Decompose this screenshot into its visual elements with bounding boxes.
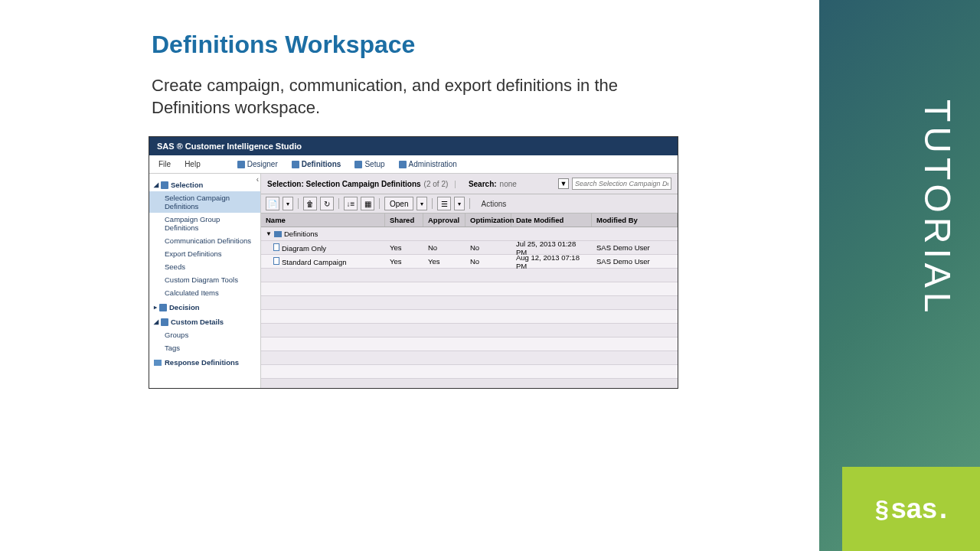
custom-details-icon xyxy=(161,318,168,326)
new-button[interactable]: 📄 xyxy=(266,197,279,210)
table-row-empty xyxy=(261,351,678,365)
delete-button[interactable]: 🗑 xyxy=(303,197,317,210)
setup-icon xyxy=(354,161,362,168)
sas-swirl-icon: § xyxy=(875,495,889,523)
grid-header: Name Shared Approval Optimization Date M… xyxy=(261,214,678,227)
decision-icon xyxy=(159,304,167,311)
designer-icon xyxy=(237,161,245,168)
tree-response[interactable]: Response Definitions xyxy=(149,356,260,369)
sidebar: ‹ ◢Selection Selection Campaign Definiti… xyxy=(149,174,261,388)
main-area: Selection: Selection Campaign Definition… xyxy=(261,174,678,388)
admin-icon xyxy=(399,161,407,168)
tab-designer[interactable]: Designer xyxy=(234,158,281,170)
tree-item-custom-diagram[interactable]: Custom Diagram Tools xyxy=(149,273,260,286)
menu-file[interactable]: File xyxy=(155,158,174,170)
table-row-empty xyxy=(261,337,678,351)
tutorial-label: TUTORIAL xyxy=(916,99,959,317)
tab-admin[interactable]: Administration xyxy=(396,158,460,170)
new-dropdown[interactable]: ▾ xyxy=(283,197,293,210)
table-row-empty xyxy=(261,310,678,324)
table-row-empty xyxy=(261,324,678,337)
sidebar-collapse-icon[interactable]: ‹ xyxy=(256,175,259,184)
tab-definitions[interactable]: Definitions xyxy=(289,158,345,170)
view-dropdown[interactable]: ▾ xyxy=(454,197,465,210)
col-name[interactable]: Name xyxy=(261,214,385,227)
table-row[interactable]: Diagram Only Yes No No Jul 25, 2013 01:2… xyxy=(261,241,678,255)
tree-item-sel-campaign[interactable]: Selection Campaign Definitions xyxy=(149,191,260,213)
tree-item-calculated[interactable]: Calculated Items xyxy=(149,286,260,299)
table-row-empty xyxy=(261,282,678,296)
table-row-empty xyxy=(261,296,678,310)
grid: Name Shared Approval Optimization Date M… xyxy=(261,214,678,388)
search-value: none xyxy=(500,180,517,188)
selection-count: (2 of 2) xyxy=(424,180,449,188)
app-window: SAS ® Customer Intelligence Studio File … xyxy=(149,136,678,389)
tree-item-communication[interactable]: Communication Definitions xyxy=(149,234,260,247)
sas-logo-box: §sas. xyxy=(842,467,980,551)
tree-selection[interactable]: ◢Selection xyxy=(149,178,260,191)
col-approval[interactable]: Approval xyxy=(423,214,466,227)
tree-item-seeds[interactable]: Seeds xyxy=(149,260,260,273)
sas-logo: §sas. xyxy=(875,493,947,525)
tree-item-tags[interactable]: Tags xyxy=(149,341,260,354)
tree-item-campaign-group[interactable]: Campaign Group Definitions xyxy=(149,213,260,234)
file-icon xyxy=(273,243,279,251)
tree-item-groups[interactable]: Groups xyxy=(149,328,260,341)
tree-item-export[interactable]: Export Definitions xyxy=(149,247,260,260)
col-opt[interactable]: Optimization xyxy=(466,214,511,227)
col-date[interactable]: Date Modified xyxy=(511,214,592,227)
table-row-empty xyxy=(261,365,678,379)
definitions-icon xyxy=(292,161,299,168)
content-header: Selection: Selection Campaign Definition… xyxy=(261,174,678,194)
open-dropdown[interactable]: ▾ xyxy=(416,197,427,210)
file-icon xyxy=(273,257,279,265)
slide-subtitle: Create campaign, communication, and expo… xyxy=(152,75,688,119)
table-row-empty xyxy=(261,269,678,282)
columns-button[interactable]: ▦ xyxy=(361,197,374,210)
menu-help[interactable]: Help xyxy=(181,158,204,170)
sort-button[interactable]: ↓≡ xyxy=(344,197,358,210)
col-modby[interactable]: Modified By xyxy=(592,214,678,227)
open-button[interactable]: Open xyxy=(384,197,413,210)
tree-custom-details[interactable]: ◢Custom Details xyxy=(149,315,260,328)
selection-label: Selection: Selection Campaign Definition… xyxy=(267,180,421,188)
selection-icon xyxy=(161,181,168,189)
tree-decision[interactable]: ▸Decision xyxy=(149,301,260,314)
actions-menu[interactable]: Actions xyxy=(481,200,506,208)
folder-icon xyxy=(274,231,282,237)
col-shared[interactable]: Shared xyxy=(385,214,423,227)
app-titlebar: SAS ® Customer Intelligence Studio xyxy=(149,137,678,155)
search-input[interactable] xyxy=(572,178,671,190)
app-menubar: File Help Designer Definitions Setup Adm… xyxy=(149,155,678,174)
refresh-button[interactable]: ↻ xyxy=(320,197,334,210)
slide-title: Definitions Workspace xyxy=(152,31,415,59)
filter-icon[interactable]: ▼ xyxy=(558,178,569,189)
tab-setup[interactable]: Setup xyxy=(351,158,387,170)
folder-row[interactable]: ▼Definitions xyxy=(261,227,678,241)
search-label: Search: xyxy=(469,180,497,188)
response-icon xyxy=(154,360,162,366)
toolbar: 📄▾ 🗑 ↻ ↓≡ ▦ Open▾ ☰▾ Actions xyxy=(261,194,678,214)
right-sidebar: TUTORIAL §sas. xyxy=(819,0,980,551)
view-button[interactable]: ☰ xyxy=(437,197,451,210)
table-row[interactable]: Standard Campaign Yes Yes No Aug 12, 201… xyxy=(261,255,678,269)
